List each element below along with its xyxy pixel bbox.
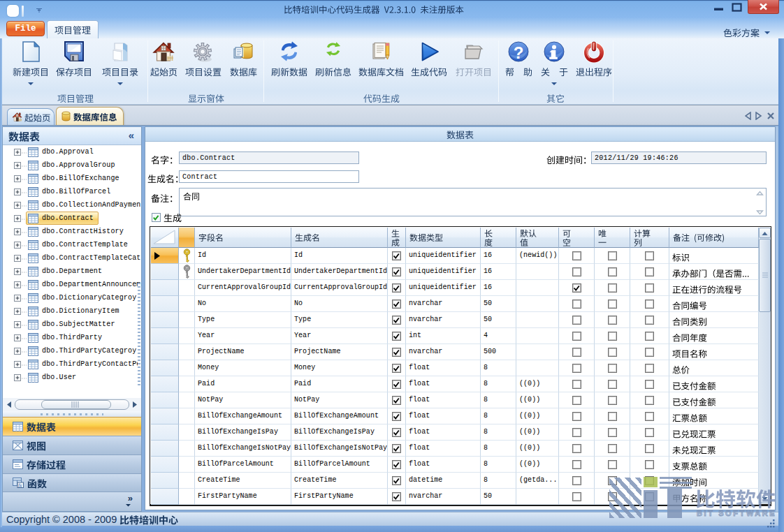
svg-text:?: ? <box>514 43 524 62</box>
svg-text:fx: fx <box>18 482 22 489</box>
